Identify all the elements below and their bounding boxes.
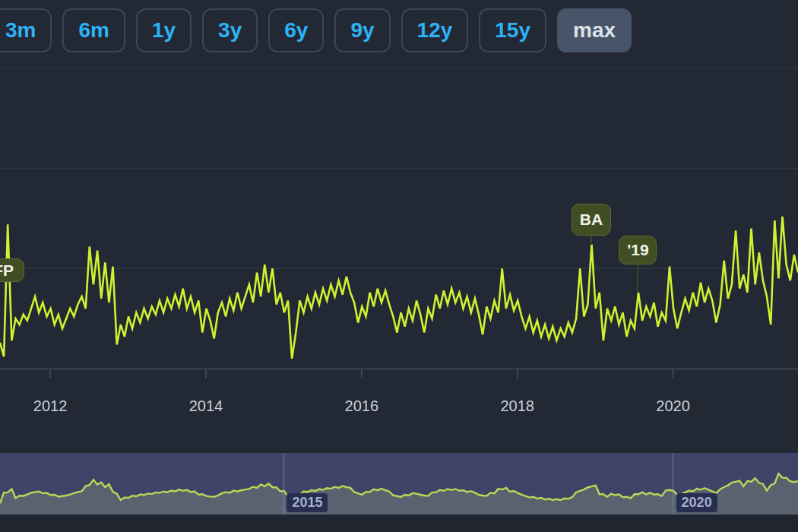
x-axis-label: 2012 bbox=[33, 397, 68, 414]
range-button-6y[interactable]: 6y bbox=[268, 8, 324, 52]
flag-BA[interactable]: BA bbox=[572, 204, 611, 236]
x-axis-label: 2018 bbox=[500, 397, 534, 414]
stock-chart-app: 3m6m1y3y6y9y12y15ymax 201220142016201820… bbox=[0, 0, 798, 532]
price-chart-canvas[interactable]: 20122014201620182020 bbox=[0, 0, 798, 532]
range-button-6m[interactable]: 6m bbox=[62, 8, 125, 52]
x-axis-label: 2014 bbox=[189, 397, 223, 414]
range-button-12y[interactable]: 12y bbox=[401, 8, 469, 52]
price-series-line bbox=[0, 217, 798, 359]
x-axis-label: 2020 bbox=[656, 397, 690, 414]
flag-19[interactable]: '19 bbox=[619, 236, 657, 264]
range-button-3m[interactable]: 3m bbox=[0, 8, 52, 52]
range-button-max[interactable]: max bbox=[557, 8, 632, 52]
range-button-1y[interactable]: 1y bbox=[136, 8, 192, 52]
navigator[interactable] bbox=[0, 453, 798, 515]
range-button-9y[interactable]: 9y bbox=[334, 8, 390, 52]
flag-FP[interactable]: FP bbox=[0, 258, 24, 282]
range-selector: 3m6m1y3y6y9y12y15ymax bbox=[0, 8, 632, 52]
range-button-3y[interactable]: 3y bbox=[202, 8, 258, 52]
x-axis-label: 2016 bbox=[345, 397, 379, 414]
bottom-strip bbox=[0, 515, 798, 532]
range-button-15y[interactable]: 15y bbox=[479, 8, 546, 52]
